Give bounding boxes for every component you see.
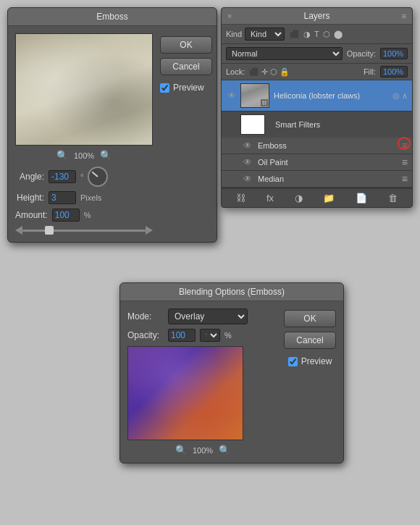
zoom-in-icon[interactable]: 🔍 <box>100 150 112 161</box>
filter-oilpaint-settings-icon[interactable]: ≡ <box>402 156 408 168</box>
emboss-dialog-title: Emboss <box>8 8 217 26</box>
amount-slider[interactable] <box>22 230 146 232</box>
layer-heliconia-name: Heliconia (lobster claws) <box>274 91 392 100</box>
layer-heliconia-visibility[interactable]: 👁 <box>226 91 238 101</box>
layer-heliconia-options: ◎ ∧ <box>392 91 408 101</box>
blending-preview-check: Preview <box>288 356 332 366</box>
smart-filters-section: Smart Filters 👁 Emboss ≡ 👁 Oil Paint ≡ 👁… <box>222 112 412 188</box>
filter-oilpaint-name: Oil Paint <box>258 158 402 167</box>
opacity-input[interactable] <box>380 48 408 59</box>
fill-label: Fill: <box>364 67 376 76</box>
blending-mode-select[interactable]: Overlay <box>168 308 248 324</box>
fill-input[interactable] <box>380 66 408 77</box>
blending-title-text: Blending Options (Emboss) <box>179 287 285 297</box>
emboss-zoom-bar: 🔍 100% 🔍 <box>15 150 153 161</box>
layer-chain-icon: ⛓ <box>261 99 268 106</box>
add-mask-icon[interactable]: ◑ <box>295 193 303 203</box>
emboss-params: Angle: ° Height: Pixels Amount: % <box>15 167 153 235</box>
amount-label: Amount: <box>15 210 48 220</box>
link-layers-icon[interactable]: ⛓ <box>236 193 245 203</box>
emboss-zoom-level: 100% <box>74 151 94 160</box>
filter-median-settings-icon[interactable]: ≡ <box>402 173 408 185</box>
layers-menu-icon[interactable]: ≡ <box>402 12 406 20</box>
add-fx-icon[interactable]: fx <box>266 193 274 203</box>
emboss-dialog: Emboss 🔍 100% 🔍 Angle: ° Height: <box>7 7 217 243</box>
angle-input[interactable] <box>49 170 76 183</box>
smart-filter-icon[interactable]: ⬤ <box>333 30 343 39</box>
filter-emboss[interactable]: 👁 Emboss ≡ <box>222 138 412 154</box>
layer-expand-icon[interactable]: ∧ <box>402 91 408 101</box>
blending-options-dialog: Blending Options (Emboss) Mode: Overlay … <box>119 282 344 463</box>
blending-opacity-unit: % <box>224 331 232 340</box>
new-layer-icon[interactable]: 📄 <box>356 193 367 203</box>
amount-input[interactable] <box>52 209 80 222</box>
emboss-preview-image <box>15 33 153 146</box>
smart-filter-thumb <box>240 114 265 135</box>
blend-mode-select[interactable]: Normal <box>226 47 343 60</box>
layer-heliconia[interactable]: 👁 ⛓ Heliconia (lobster claws) ◎ ∧ <box>222 80 412 112</box>
slider-max-icon <box>146 226 153 235</box>
angle-label: Angle: <box>15 172 44 182</box>
height-label: Height: <box>15 193 44 203</box>
adjustment-filter-icon[interactable]: ◑ <box>303 30 311 39</box>
lock-label: Lock: <box>226 67 245 76</box>
blending-right-section: OK Cancel Preview <box>284 308 336 455</box>
blending-mode-label: Mode: <box>127 311 164 322</box>
emboss-preview-checkbox[interactable] <box>160 83 169 93</box>
lock-artboards-icon[interactable]: ⬡ <box>270 67 277 77</box>
filter-median-visibility[interactable]: 👁 <box>242 174 253 184</box>
smart-filters-label: Smart Filters <box>275 120 320 129</box>
blending-zoom-out-icon[interactable]: 🔍 <box>175 445 187 455</box>
layers-title: Layers <box>303 11 329 21</box>
emboss-cancel-button[interactable]: Cancel <box>160 58 212 75</box>
filter-emboss-settings-icon[interactable]: ≡ <box>402 140 408 151</box>
shape-filter-icon[interactable]: ⬡ <box>322 30 331 39</box>
height-unit: Pixels <box>80 193 101 202</box>
layers-panel: × Layers ≡ Kind Kind ⬛ ◑ T ⬡ ⬤ Normal Op… <box>221 7 413 208</box>
emboss-ok-button[interactable]: OK <box>160 36 212 54</box>
filter-median-name: Median <box>258 175 402 183</box>
layer-heliconia-thumb: ⛓ <box>240 83 269 108</box>
filter-emboss-red-circle <box>398 137 411 150</box>
blending-dialog-title: Blending Options (Emboss) <box>120 283 343 301</box>
layer-heliconia-info: Heliconia (lobster claws) <box>274 91 392 100</box>
emboss-preview-label: Preview <box>173 83 204 93</box>
kind-icons-group: ⬛ ◑ T ⬡ ⬤ <box>289 30 343 39</box>
new-group-icon[interactable]: 📁 <box>323 193 335 203</box>
lock-position-icon[interactable]: ✛ <box>261 67 268 77</box>
layers-close-icon[interactable]: × <box>227 12 232 20</box>
lock-icons-group: ⬛ ✛ ⬡ 🔒 <box>249 67 290 77</box>
blending-preview-label: Preview <box>301 356 332 366</box>
filter-emboss-visibility[interactable]: 👁 <box>242 140 253 151</box>
blending-preview-image <box>127 346 243 440</box>
slider-min-icon <box>15 226 22 235</box>
layers-lock-row: Lock: ⬛ ✛ ⬡ 🔒 Fill: <box>222 64 412 80</box>
type-filter-icon[interactable]: T <box>314 30 320 39</box>
zoom-out-icon[interactable]: 🔍 <box>56 150 68 161</box>
blending-cancel-button[interactable]: Cancel <box>284 332 336 349</box>
delete-layer-icon[interactable]: 🗑 <box>388 193 398 203</box>
layer-fx-icon[interactable]: ◎ <box>392 91 400 101</box>
blending-opacity-input[interactable] <box>168 329 196 342</box>
filter-oilpaint[interactable]: 👁 Oil Paint ≡ <box>222 154 412 171</box>
blending-ok-button[interactable]: OK <box>284 310 336 327</box>
kind-select[interactable]: Kind <box>245 28 285 41</box>
height-input[interactable] <box>49 191 76 204</box>
blending-zoom-bar: 🔍 100% 🔍 <box>127 445 278 455</box>
blending-preview-checkbox[interactable] <box>288 357 298 366</box>
blending-left-section: Mode: Overlay Opacity: ∨ % 🔍 100% 🔍 <box>127 308 278 455</box>
emboss-preview-section: 🔍 100% 🔍 Angle: ° Height: Pixels <box>15 33 153 235</box>
pixel-filter-icon[interactable]: ⬛ <box>289 30 301 39</box>
filter-oilpaint-visibility[interactable]: 👁 <box>242 157 253 167</box>
blending-zoom-level: 100% <box>193 446 213 455</box>
lock-pixels-icon[interactable]: ⬛ <box>249 67 259 77</box>
layers-titlebar: × Layers ≡ <box>222 8 412 25</box>
lock-all-icon[interactable]: 🔒 <box>280 67 290 77</box>
angle-dial[interactable] <box>88 167 108 187</box>
blending-opacity-select[interactable]: ∨ <box>200 329 220 342</box>
kind-label: Kind <box>226 30 242 38</box>
filter-median[interactable]: 👁 Median ≡ <box>222 171 412 188</box>
blending-zoom-in-icon[interactable]: 🔍 <box>219 445 230 455</box>
blending-mode-row: Mode: Overlay <box>127 308 278 324</box>
smart-filters-header: Smart Filters <box>222 112 412 138</box>
